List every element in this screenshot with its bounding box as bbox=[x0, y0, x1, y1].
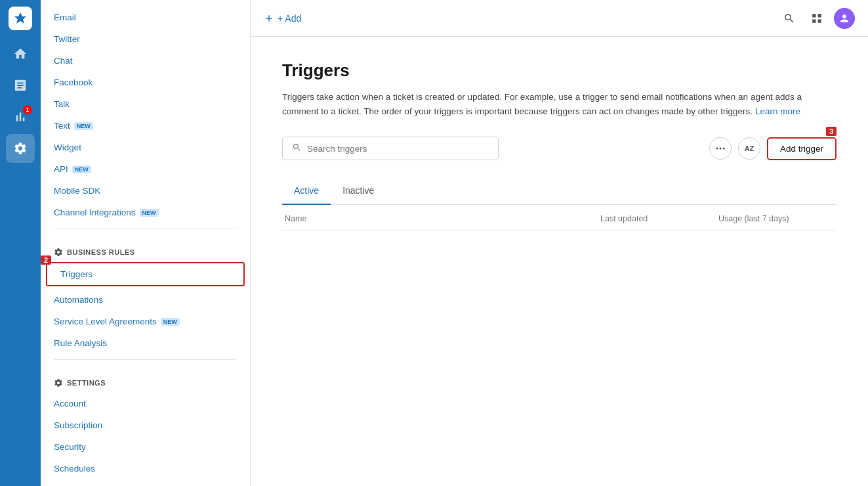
search-input[interactable] bbox=[307, 144, 489, 154]
add-trigger-button[interactable]: Add trigger bbox=[767, 137, 837, 160]
search-row: AZ Add trigger 3 bbox=[282, 137, 837, 160]
sidebar-item-rule-analysis[interactable]: Rule Analysis bbox=[41, 332, 250, 354]
nav-settings[interactable] bbox=[6, 134, 35, 163]
search-button[interactable] bbox=[779, 8, 800, 29]
tab-inactive[interactable]: Inactive bbox=[331, 179, 386, 205]
api-new-badge: NEW bbox=[72, 166, 91, 173]
sidebar: Email Twitter Chat Facebook Talk Text NE… bbox=[41, 0, 251, 486]
sidebar-item-automations[interactable]: Automations bbox=[41, 289, 250, 311]
sidebar-scroll: Email Twitter Chat Facebook Talk Text NE… bbox=[41, 0, 250, 486]
user-avatar[interactable] bbox=[834, 8, 855, 29]
nav-home[interactable] bbox=[6, 39, 35, 68]
page-title: Triggers bbox=[282, 60, 837, 81]
sidebar-item-api[interactable]: API NEW bbox=[41, 158, 250, 180]
tab-active[interactable]: Active bbox=[282, 179, 331, 205]
divider-1 bbox=[54, 229, 237, 229]
divider-2 bbox=[54, 359, 237, 360]
sidebar-item-facebook[interactable]: Facebook bbox=[41, 72, 250, 93]
reports-badge: 1 bbox=[23, 105, 32, 114]
sidebar-item-security[interactable]: Security bbox=[41, 436, 250, 458]
sidebar-item-sla[interactable]: Service Level Agreements NEW bbox=[41, 311, 250, 332]
col-name-header: Name bbox=[282, 214, 600, 223]
main-area: + Add Triggers Triggers take action when… bbox=[251, 0, 868, 486]
annotation-3-label: 3 bbox=[826, 127, 837, 136]
channel-integrations-new-badge: NEW bbox=[140, 209, 159, 217]
sidebar-item-subscription[interactable]: Subscription bbox=[41, 414, 250, 436]
content-area: Triggers Triggers take action when a tic… bbox=[251, 37, 868, 486]
settings-header: SETTINGS bbox=[41, 365, 250, 393]
grid-button[interactable] bbox=[806, 8, 827, 29]
annotation-2-label: 2 bbox=[41, 255, 51, 265]
svg-point-2 bbox=[723, 148, 725, 150]
col-usage-header: Usage (last 7 days) bbox=[718, 214, 837, 223]
svg-point-0 bbox=[716, 148, 718, 150]
sla-new-badge: NEW bbox=[161, 318, 180, 326]
table-header: Name Last updated Usage (last 7 days) bbox=[282, 205, 837, 231]
sidebar-item-twitter[interactable]: Twitter bbox=[41, 28, 250, 50]
topbar: + Add bbox=[251, 0, 868, 37]
col-updated-header: Last updated bbox=[600, 214, 718, 223]
nav-reports[interactable]: 1 bbox=[6, 102, 35, 131]
learn-more-link[interactable]: Learn more bbox=[755, 106, 800, 116]
text-new-badge: NEW bbox=[74, 122, 93, 130]
add-button[interactable]: + Add bbox=[264, 13, 301, 24]
search-icon bbox=[292, 143, 302, 154]
sort-az-button[interactable]: AZ bbox=[738, 137, 760, 160]
sidebar-item-widget[interactable]: Widget bbox=[41, 137, 250, 158]
page-description: Triggers take action when a ticket is cr… bbox=[282, 90, 827, 118]
sidebar-item-triggers[interactable]: Triggers bbox=[46, 262, 245, 286]
icon-bar: 1 bbox=[0, 0, 41, 486]
business-rules-header: BUSINESS RULES bbox=[41, 234, 250, 262]
empty-state bbox=[282, 231, 837, 362]
tabs: Active Inactive bbox=[282, 179, 837, 205]
sidebar-item-mobile-sdk[interactable]: Mobile SDK bbox=[41, 180, 250, 202]
sidebar-item-schedules[interactable]: Schedules bbox=[41, 458, 250, 479]
sidebar-item-talk[interactable]: Talk bbox=[41, 93, 250, 115]
nav-inbox[interactable] bbox=[6, 71, 35, 100]
sidebar-item-email[interactable]: Email bbox=[41, 7, 250, 28]
more-options-button[interactable] bbox=[709, 137, 732, 160]
sidebar-item-channel-integrations[interactable]: Channel Integrations NEW bbox=[41, 202, 250, 223]
sidebar-item-chat[interactable]: Chat bbox=[41, 50, 250, 72]
svg-point-1 bbox=[719, 148, 721, 150]
sidebar-item-account[interactable]: Account bbox=[41, 393, 250, 414]
app-logo[interactable] bbox=[9, 7, 32, 30]
sidebar-item-text[interactable]: Text NEW bbox=[41, 115, 250, 137]
search-box bbox=[282, 137, 499, 160]
